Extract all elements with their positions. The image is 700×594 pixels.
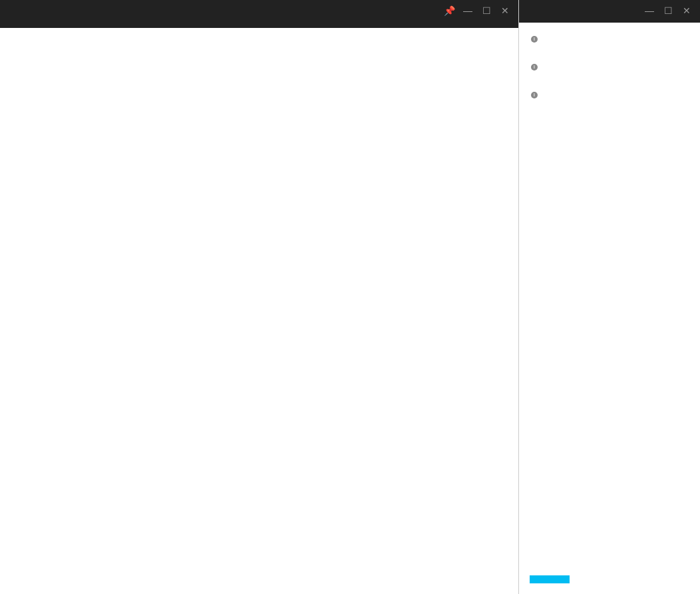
window-controls: 📌 — ☐ ✕: [444, 5, 510, 16]
toolbar: [0, 19, 518, 28]
close-icon[interactable]: ✕: [681, 5, 692, 16]
settings-panel: — ☐ ✕ i i i: [519, 0, 700, 594]
info-icon[interactable]: i: [531, 64, 538, 71]
info-icon[interactable]: i: [531, 92, 538, 98]
ok-button[interactable]: [530, 575, 570, 583]
maximize-icon[interactable]: ☐: [663, 5, 673, 16]
close-icon[interactable]: ✕: [500, 5, 510, 16]
chart-legend: [437, 39, 504, 192]
maximize-icon[interactable]: ☐: [481, 5, 492, 16]
info-icon[interactable]: i: [531, 36, 538, 43]
settings-window-controls: — ☐ ✕: [644, 5, 692, 16]
content-area: [0, 28, 518, 594]
pin-icon[interactable]: 📌: [444, 5, 454, 16]
main-panel: 📌 — ☐ ✕: [0, 0, 519, 594]
main-header: 📌 — ☐ ✕: [0, 0, 518, 28]
chart-area: [15, 39, 437, 192]
minimize-icon[interactable]: —: [462, 5, 473, 16]
minimize-icon[interactable]: —: [644, 5, 655, 16]
